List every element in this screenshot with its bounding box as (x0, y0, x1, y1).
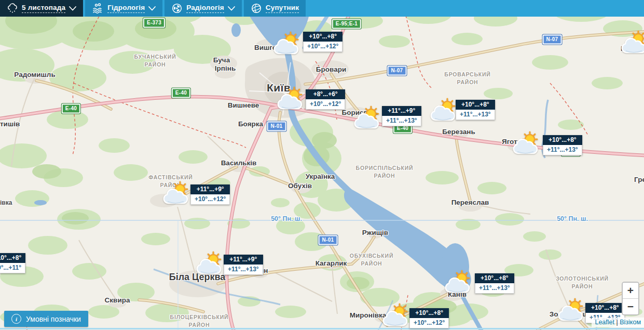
district-label: БІЛОЦЕРКІВСЬКИЙРАЙОН (170, 313, 229, 328)
info-icon: i (11, 314, 21, 324)
temperature-label: +11°...+9°+10°...+12° (190, 184, 230, 205)
topbar: 5 листопада Гідрологія (0, 0, 644, 17)
latitude-label: 50° Пн. ш. (271, 215, 302, 222)
temperature-label: +10°...+8°+10°...+12° (409, 308, 449, 328)
temp-bottom: +11°...+13° (543, 145, 582, 155)
district-label: ОБУХІВСЬКИЙРАЙОН (350, 252, 394, 267)
tab-hydrology-label: Гідрологія (107, 4, 145, 14)
partly-cloudy-icon (161, 180, 193, 205)
city-label: Сквира (105, 296, 130, 304)
forecast-cloud-icon (7, 3, 18, 14)
road-sign: N-01 (267, 122, 286, 131)
temp-top: +11°...+9° (382, 106, 421, 116)
city-label: Обухів (288, 182, 312, 190)
tab-radiology[interactable]: Радіологія (165, 0, 241, 17)
district-label: БРОВАРСЬКИЙРАЙОН (444, 71, 490, 86)
temp-top: +11°...+9° (190, 184, 230, 194)
temperature-label: +10°...+8°+11°...+13° (475, 273, 514, 294)
temperature-label: +10°...+8°+9°...+11° (0, 253, 25, 273)
temp-top: +10°...+8° (303, 32, 342, 42)
weather-map-app: БУЧАНСЬКИЙРАЙОНБРОВАРСЬКИЙРАЙОНФАСТІВСЬК… (0, 0, 644, 330)
partly-cloudy-icon (272, 31, 303, 56)
road-sign: E-40 (62, 104, 80, 114)
tab-date-label: 5 листопада (22, 4, 65, 14)
tab-satellite-label: Супутник (266, 4, 299, 14)
temperature-label: +11°...+9°+11°...+13° (224, 255, 263, 275)
hydrology-icon (92, 3, 104, 14)
map-canvas[interactable]: БУЧАНСЬКИЙРАЙОНБРОВАРСЬКИЙРАЙОНФАСТІВСЬК… (0, 0, 644, 330)
city-label: івка (0, 199, 12, 206)
road-sign: N-07 (543, 35, 562, 45)
city-label: Ірпінь (215, 64, 236, 72)
temp-top: +10°...+8° (0, 253, 25, 263)
satellite-icon (251, 3, 262, 14)
road-sign: N-01 (319, 235, 338, 245)
partly-cloudy-icon (381, 302, 412, 327)
city-label: Переяслав (451, 199, 489, 206)
temperature-label: +11°...+9°+11°...+13° (382, 106, 421, 126)
temp-bottom: +10°...+12° (190, 194, 230, 205)
partly-cloudy-icon (195, 250, 226, 275)
attribution-separator: | (616, 319, 618, 326)
city-label: Вишневе (228, 101, 259, 109)
partly-cloudy-icon (556, 297, 587, 322)
tab-satellite[interactable]: Супутник (244, 0, 306, 17)
city-label: Васильків (221, 159, 257, 167)
partly-cloudy-icon (352, 105, 383, 130)
zoom-out-button[interactable]: − (623, 299, 638, 314)
road-sign: E-40 (172, 88, 190, 98)
temperature-label: +8°...+6°+10°...+12° (306, 89, 345, 110)
zoom-control: + − (622, 282, 639, 315)
tab-date[interactable]: 5 листопада (0, 0, 83, 17)
road-sign: E-95;E-1 (332, 19, 361, 29)
temp-bottom: +10°...+12° (303, 42, 342, 52)
partly-cloudy-icon (511, 130, 542, 155)
temp-bottom: +10°...+12° (306, 99, 345, 110)
temp-top: +10°...+8° (585, 303, 625, 313)
district-label: ЗОЛОТОНІСЬКИЙРАЙОН (556, 275, 609, 290)
map-attribution: Leaflet | Візіком (592, 318, 644, 327)
temp-bottom: +11°...+13° (475, 283, 514, 294)
temp-bottom: +11°...+13° (456, 110, 495, 120)
chevron-down-icon (228, 6, 235, 11)
city-label: Бровари (316, 65, 346, 73)
road-sign: E-373 (143, 18, 165, 28)
zoom-in-button[interactable]: + (623, 283, 638, 299)
temperature-label: +10°...+8°+11°...+13° (543, 135, 582, 155)
legend-button-label: Умовні позначки (26, 315, 81, 323)
partly-cloudy-icon (276, 86, 307, 111)
partly-cloudy-icon (620, 30, 644, 55)
temp-top: +8°...+6° (306, 89, 345, 99)
tab-radiology-label: Радіологія (186, 4, 224, 14)
city-label: Українка (306, 173, 335, 180)
city-label: тишів (0, 120, 20, 128)
city-label: Ржищів (362, 229, 388, 236)
radiology-icon (171, 3, 183, 14)
temp-bottom: +10°...+12° (409, 318, 449, 328)
temperature-label: +10°...+8°+10°...+12° (303, 32, 342, 52)
temp-top: +10°...+8° (456, 100, 495, 110)
temp-top: +11°...+9° (224, 255, 263, 265)
temp-bottom: +11°...+13° (382, 116, 421, 126)
leaflet-link[interactable]: Leaflet (595, 319, 614, 326)
chevron-down-icon (148, 6, 156, 11)
latitude-label: 50° Пн. ш. (557, 215, 588, 222)
temp-bottom: +11°...+13° (224, 265, 263, 275)
city-label: Березань (442, 128, 475, 136)
temperature-label: +10°...+8°+11°...+13° (456, 100, 495, 120)
temp-bottom: +9°...+11° (0, 263, 25, 273)
chevron-down-icon (69, 6, 76, 11)
city-label: Кагарлик (316, 259, 347, 267)
legend-button[interactable]: i Умовні позначки (4, 311, 88, 327)
tab-hydrology[interactable]: Гідрологія (85, 0, 162, 17)
city-label: Буча (213, 56, 230, 64)
temp-top: +10°...+8° (409, 308, 449, 318)
temp-top: +10°...+8° (475, 273, 514, 283)
district-label: БОРИСПІЛЬСЬКИЙРАЙОН (356, 164, 414, 179)
temp-top: +10°...+8° (543, 135, 582, 145)
partly-cloudy-icon (429, 97, 460, 122)
provider-link[interactable]: Візіком (620, 319, 641, 326)
partly-cloudy-icon (443, 269, 474, 294)
city-label: Радомишль (14, 71, 55, 78)
city-label: Боярка (238, 120, 263, 128)
